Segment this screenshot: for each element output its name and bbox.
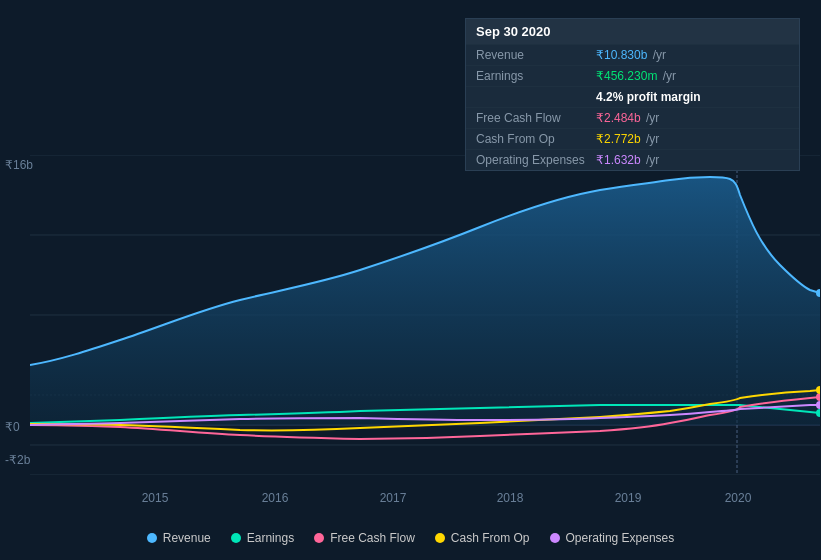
tooltip-row-fcf: Free Cash Flow ₹2.484b /yr: [466, 107, 799, 128]
tooltip-row-revenue: Revenue ₹10.830b /yr: [466, 44, 799, 65]
legend-item-opex[interactable]: Operating Expenses: [550, 531, 675, 545]
tooltip-value-revenue: ₹10.830b: [596, 48, 647, 62]
tooltip-value-earnings: ₹456.230m: [596, 69, 657, 83]
tooltip-value-opex: ₹1.632b: [596, 153, 641, 167]
tooltip-unit-fcf: /yr: [643, 111, 660, 125]
legend-label-fcf: Free Cash Flow: [330, 531, 415, 545]
tooltip-label-cashop: Cash From Op: [476, 132, 596, 146]
tooltip-row-opex: Operating Expenses ₹1.632b /yr: [466, 149, 799, 170]
tooltip-box: Sep 30 2020 Revenue ₹10.830b /yr Earning…: [465, 18, 800, 171]
tooltip-row-cashop: Cash From Op ₹2.772b /yr: [466, 128, 799, 149]
tooltip-label-earnings: Earnings: [476, 69, 596, 83]
legend-item-earnings[interactable]: Earnings: [231, 531, 294, 545]
legend-label-earnings: Earnings: [247, 531, 294, 545]
x-label-2015: 2015: [142, 491, 169, 505]
tooltip-value-cashop: ₹2.772b: [596, 132, 641, 146]
tooltip-title: Sep 30 2020: [466, 19, 799, 44]
tooltip-row-margin: 4.2% profit margin: [466, 86, 799, 107]
legend-dot-revenue: [147, 533, 157, 543]
tooltip-label-fcf: Free Cash Flow: [476, 111, 596, 125]
legend-dot-fcf: [314, 533, 324, 543]
tooltip-row-earnings: Earnings ₹456.230m /yr: [466, 65, 799, 86]
tooltip-unit-cashop: /yr: [643, 132, 660, 146]
legend-label-cashop: Cash From Op: [451, 531, 530, 545]
legend: Revenue Earnings Free Cash Flow Cash Fro…: [0, 531, 821, 545]
y-label-zero: ₹0: [5, 420, 20, 434]
x-label-2016: 2016: [262, 491, 289, 505]
legend-label-revenue: Revenue: [163, 531, 211, 545]
legend-label-opex: Operating Expenses: [566, 531, 675, 545]
revenue-area: [30, 177, 820, 425]
chart-svg: [30, 155, 820, 475]
tooltip-unit-opex: /yr: [643, 153, 660, 167]
legend-dot-cashop: [435, 533, 445, 543]
tooltip-value-fcf: ₹2.484b: [596, 111, 641, 125]
chart-container: Sep 30 2020 Revenue ₹10.830b /yr Earning…: [0, 0, 821, 560]
legend-item-revenue[interactable]: Revenue: [147, 531, 211, 545]
x-label-2019: 2019: [615, 491, 642, 505]
y-label-top: ₹16b: [5, 158, 33, 172]
tooltip-label-opex: Operating Expenses: [476, 153, 596, 167]
x-label-2018: 2018: [497, 491, 524, 505]
legend-item-fcf[interactable]: Free Cash Flow: [314, 531, 415, 545]
tooltip-value-margin: 4.2% profit margin: [596, 90, 701, 104]
legend-item-cashop[interactable]: Cash From Op: [435, 531, 530, 545]
x-label-2020: 2020: [725, 491, 752, 505]
tooltip-unit-revenue: /yr: [649, 48, 666, 62]
y-label-neg: -₹2b: [5, 453, 30, 467]
tooltip-unit-earnings: /yr: [659, 69, 676, 83]
x-label-2017: 2017: [380, 491, 407, 505]
tooltip-label-revenue: Revenue: [476, 48, 596, 62]
legend-dot-earnings: [231, 533, 241, 543]
legend-dot-opex: [550, 533, 560, 543]
